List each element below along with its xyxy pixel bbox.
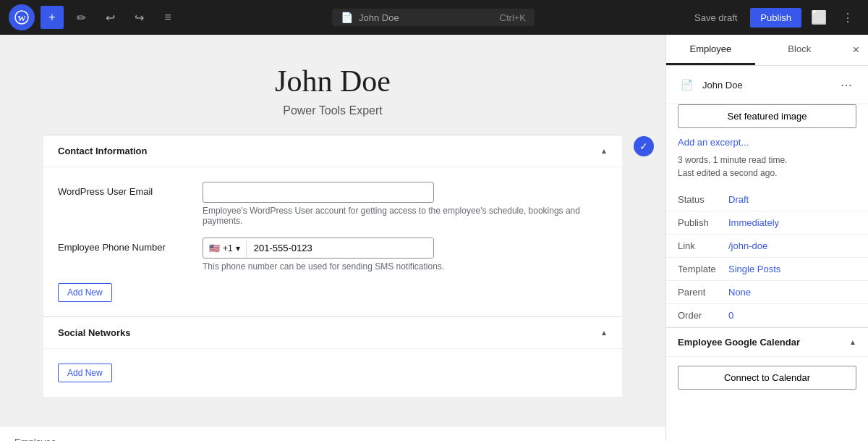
add-excerpt-link[interactable]: Add an excerpt... <box>666 137 868 151</box>
set-featured-image-button[interactable]: Set featured image <box>678 104 856 128</box>
excerpt-meta-line1: 3 words, 1 minute read time. <box>678 154 856 167</box>
phone-row: Employee Phone Number 🇺🇸 +1 ▾ This p <box>58 238 608 272</box>
contact-add-new-button[interactable]: Add New <box>58 283 112 302</box>
wp-email-input[interactable] <box>203 182 434 203</box>
flag-icon: 🇺🇸 <box>209 243 220 253</box>
order-value[interactable]: 0 <box>728 310 733 321</box>
publish-row: Publish Immediately <box>666 211 868 235</box>
svg-text:W: W <box>18 14 26 22</box>
doc-more-button[interactable]: ⋯ <box>836 77 856 93</box>
template-label: Template <box>678 264 728 274</box>
phone-label: Employee Phone Number <box>58 238 188 253</box>
undo-icon: ↩ <box>106 11 115 25</box>
post-subtitle[interactable]: Power Tools Expert <box>43 104 622 117</box>
search-shortcut: Ctrl+K <box>500 12 526 23</box>
social-add-new-button[interactable]: Add New <box>58 364 112 382</box>
publish-button[interactable]: Publish <box>750 8 801 28</box>
sidebar-tabs-row: Employee Block × <box>666 35 868 66</box>
link-row: Link /john-doe <box>666 235 868 258</box>
bottom-label: Employee <box>0 426 665 441</box>
phone-flag[interactable]: 🇺🇸 +1 ▾ <box>203 240 247 257</box>
add-block-button[interactable]: + <box>41 6 64 29</box>
phone-desc: This phone number can be used for sendin… <box>203 261 608 272</box>
checkmark-badge: ✓ <box>634 136 654 156</box>
template-value[interactable]: Single Posts <box>728 264 780 274</box>
calendar-panel-header[interactable]: Employee Google Calendar ▲ <box>666 327 868 357</box>
doc-block: 📄 John Doe ⋯ <box>666 66 868 104</box>
sidebar: Employee Block × 📄 John Doe ⋯ Set featur… <box>665 35 868 441</box>
template-row: Template Single Posts <box>666 258 868 281</box>
social-section: Social Networks ▲ Add New <box>43 316 622 397</box>
publish-value[interactable]: Immediately <box>728 217 779 228</box>
tab-employee[interactable]: Employee <box>666 35 755 65</box>
link-value[interactable]: /john-doe <box>728 240 767 251</box>
parent-row: Parent None <box>666 281 868 304</box>
tools-button[interactable]: ✏ <box>69 6 93 29</box>
parent-value[interactable]: None <box>728 287 751 298</box>
order-label: Order <box>678 310 728 321</box>
excerpt-meta: 3 words, 1 minute read time. Last edited… <box>666 151 868 188</box>
doc-icon: 📄 <box>678 76 695 93</box>
social-section-title: Social Networks <box>58 327 130 338</box>
plus-icon: + <box>48 11 55 24</box>
main-layout: John Doe Power Tools Expert ✓ Contact In… <box>0 35 868 441</box>
wp-email-row: WordPress User Email Employee's WordPres… <box>58 182 608 226</box>
social-section-body: Add New <box>43 349 622 397</box>
social-section-header[interactable]: Social Networks ▲ <box>43 317 622 349</box>
more-icon: ⋮ <box>842 11 854 25</box>
contact-section-header[interactable]: Contact Information ▲ <box>43 135 622 167</box>
excerpt-meta-line2: Last edited a second ago. <box>678 167 856 180</box>
order-row: Order 0 <box>666 304 868 327</box>
view-toggle-button[interactable]: ⬜ <box>807 6 830 29</box>
command-search[interactable]: 📄 John Doe Ctrl+K <box>332 9 535 26</box>
link-label: Link <box>678 240 728 251</box>
save-draft-button[interactable]: Save draft <box>687 8 744 28</box>
main-toolbar: W + ✏ ↩ ↪ ≡ 📄 John Doe Ctrl+K Save draft… <box>0 0 868 35</box>
sidebar-close-button[interactable]: × <box>844 35 868 65</box>
calendar-panel-title: Employee Google Calendar <box>678 337 800 348</box>
view-icon: ⬜ <box>811 9 827 25</box>
more-options-button[interactable]: ⋮ <box>836 6 859 29</box>
contact-section-body: WordPress User Email Employee's WordPres… <box>43 167 622 316</box>
phone-code: +1 <box>223 243 233 253</box>
phone-number-input[interactable] <box>247 238 433 258</box>
redo-button[interactable]: ↪ <box>127 6 150 29</box>
list-view-icon: ≡ <box>164 11 171 24</box>
redo-icon: ↪ <box>135 11 144 25</box>
tools-icon: ✏ <box>77 11 86 25</box>
connect-calendar-button[interactable]: Connect to Calendar <box>678 366 856 390</box>
list-view-button[interactable]: ≡ <box>156 6 179 29</box>
publish-label: Publish <box>678 217 728 228</box>
status-row: Status Draft <box>666 188 868 211</box>
wp-email-field-content: Employee's WordPress User account for ge… <box>203 182 608 226</box>
doc-title: John Doe <box>702 80 829 91</box>
phone-field-content: 🇺🇸 +1 ▾ This phone number can be used fo… <box>203 238 608 272</box>
document-icon: 📄 <box>341 12 353 23</box>
phone-input-wrap: 🇺🇸 +1 ▾ <box>203 238 434 259</box>
post-title[interactable]: John Doe <box>43 64 622 98</box>
editor-area[interactable]: John Doe Power Tools Expert ✓ Contact In… <box>0 35 665 441</box>
ellipsis-icon: ⋯ <box>841 79 852 91</box>
contact-section: Contact Information ▲ WordPress User Ema… <box>43 135 622 316</box>
calendar-panel-toggle: ▲ <box>849 338 856 346</box>
parent-label: Parent <box>678 287 728 298</box>
contact-section-toggle: ▲ <box>600 147 608 155</box>
wp-email-desc: Employee's WordPress User account for ge… <box>203 206 608 226</box>
editor-content: John Doe Power Tools Expert ✓ Contact In… <box>29 35 637 426</box>
social-section-toggle: ▲ <box>600 329 608 337</box>
status-label: Status <box>678 194 728 205</box>
close-icon: × <box>853 43 859 56</box>
dropdown-arrow: ▾ <box>236 243 240 253</box>
contact-section-title: Contact Information <box>58 146 148 156</box>
status-value[interactable]: Draft <box>728 194 749 205</box>
undo-button[interactable]: ↩ <box>98 6 122 29</box>
wp-email-label: WordPress User Email <box>58 182 188 197</box>
search-text: John Doe <box>359 12 399 23</box>
calendar-panel-body: Connect to Calendar <box>666 357 868 398</box>
tab-block[interactable]: Block <box>755 35 844 65</box>
sidebar-tabs: Employee Block <box>666 35 844 65</box>
wp-logo[interactable]: W <box>9 4 35 30</box>
